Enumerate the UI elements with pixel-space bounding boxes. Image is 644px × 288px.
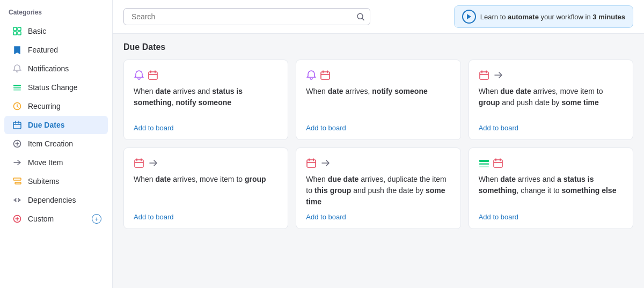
automation-card-3[interactable]: When due date arrives, move item to grou… [469,60,633,140]
sidebar-item-label: Recurring [28,102,101,110]
automation-card-6[interactable]: When date arrives and a status is someth… [469,147,633,229]
sidebar-item-recurring[interactable]: Recurring [4,97,108,115]
custom-plus-button[interactable]: + [92,214,101,224]
calendar-red-icon [148,70,158,80]
card-icons [306,70,450,80]
automation-card-4[interactable]: When date arrives, move item to group Ad… [123,147,288,229]
sidebar-item-label: Custom [28,215,86,223]
calendar-active-icon [12,120,23,130]
sidebar: Categories Basic Featured Notificat [0,0,113,288]
clock-icon [12,101,23,112]
automation-card-5[interactable]: When due date arrives, duplicate the ite… [296,147,460,229]
search-input[interactable] [123,8,370,25]
calendar-red-icon [134,158,144,168]
add-to-board-button-5[interactable]: Add to board [306,213,450,221]
svg-rect-21 [479,166,489,167]
sidebar-item-label: Subitems [28,177,101,186]
calendar-red-icon [493,158,503,168]
header: Learn to automate your workflow in 3 min… [113,0,644,34]
svg-rect-6 [13,89,21,91]
svg-rect-16 [480,72,488,79]
sidebar-item-due-dates[interactable]: Due Dates [4,116,108,134]
sidebar-item-label: Status Change [28,83,101,92]
sidebar-item-label: Featured [28,46,101,54]
svg-rect-17 [135,160,143,167]
sidebar-item-custom[interactable]: Custom + [4,210,108,228]
status-green-icon [479,158,489,168]
sidebar-item-notifications[interactable]: Notifications [4,60,108,78]
svg-rect-14 [149,72,157,79]
card-icons [306,158,450,168]
sidebar-item-label: Basic [28,27,101,35]
plus-icon [12,138,23,149]
sidebar-item-item-creation[interactable]: Item Creation [4,135,108,153]
card-text: When date arrives, notify someone [306,86,450,119]
dependencies-icon [12,195,23,205]
automation-card-2[interactable]: When date arrives, notify someone Add to… [296,60,460,140]
bell-icon [12,63,23,74]
arrow-gray-icon [320,158,331,168]
svg-rect-15 [321,72,330,79]
sidebar-item-featured[interactable]: Featured [4,41,108,59]
svg-rect-18 [307,160,316,167]
sidebar-item-status-change[interactable]: Status Change [4,78,108,97]
calendar-red-icon [479,70,489,80]
card-text: When due date arrives, move item to grou… [479,86,623,119]
bookmark-icon [12,45,23,55]
search-icon [356,12,365,21]
calendar-red-icon [306,158,317,168]
subitems-icon [12,176,23,187]
calendar-red-icon [320,70,331,80]
svg-rect-20 [479,163,489,165]
text-icon [12,213,23,224]
section-title: Due Dates [123,42,633,52]
card-icons [479,158,623,168]
sidebar-item-move-item[interactable]: Move Item [4,153,108,172]
svg-rect-8 [13,122,21,129]
add-to-board-button-4[interactable]: Add to board [134,213,278,221]
svg-rect-19 [479,160,489,162]
search-wrapper [123,8,370,25]
sidebar-item-dependencies[interactable]: Dependencies [4,191,108,209]
sidebar-item-label: Dependencies [28,196,101,204]
svg-rect-3 [18,32,21,35]
sidebar-item-label: Notifications [28,64,101,73]
card-text: When date arrives and a status is someth… [479,174,623,208]
card-icons [134,158,278,168]
sidebar-item-label: Move Item [28,158,101,167]
card-icons [134,70,278,80]
svg-rect-11 [15,182,21,184]
arrow-right-icon [12,157,23,168]
automation-card-1[interactable]: When date arrives and status is somethin… [123,60,288,140]
svg-rect-0 [13,27,17,31]
sidebar-item-basic[interactable]: Basic [4,22,108,40]
arrow-gray-icon [148,158,158,168]
grid-icon [12,26,23,36]
add-to-board-button-6[interactable]: Add to board [479,213,623,221]
svg-rect-10 [13,178,21,180]
card-text: When date arrives and status is somethin… [134,86,278,119]
sidebar-title: Categories [0,9,112,21]
bell-purple-icon [134,70,144,80]
automate-text: Learn to automate your workflow in 3 min… [480,13,625,21]
svg-rect-4 [13,85,21,86]
play-button [462,10,476,24]
card-text: When date arrives, move item to group [134,174,278,208]
add-to-board-button-1[interactable]: Add to board [134,124,278,132]
add-to-board-button-2[interactable]: Add to board [306,124,450,132]
svg-rect-2 [13,32,17,35]
card-icons [479,70,623,80]
sidebar-item-label: Due Dates [28,121,101,129]
arrow-gray-icon [493,70,503,80]
status-icon [12,82,23,93]
automate-banner[interactable]: Learn to automate your workflow in 3 min… [454,5,633,28]
card-text: When due date arrives, duplicate the ite… [306,174,450,208]
svg-rect-22 [494,160,502,167]
sidebar-item-subitems[interactable]: Subitems [4,172,108,190]
bell-purple-icon [306,70,317,80]
svg-rect-1 [18,27,21,31]
main-content: Learn to automate your workflow in 3 min… [113,0,644,288]
cards-grid: When date arrives and status is somethin… [123,60,633,229]
sidebar-item-label: Item Creation [28,139,101,148]
add-to-board-button-3[interactable]: Add to board [479,124,623,132]
